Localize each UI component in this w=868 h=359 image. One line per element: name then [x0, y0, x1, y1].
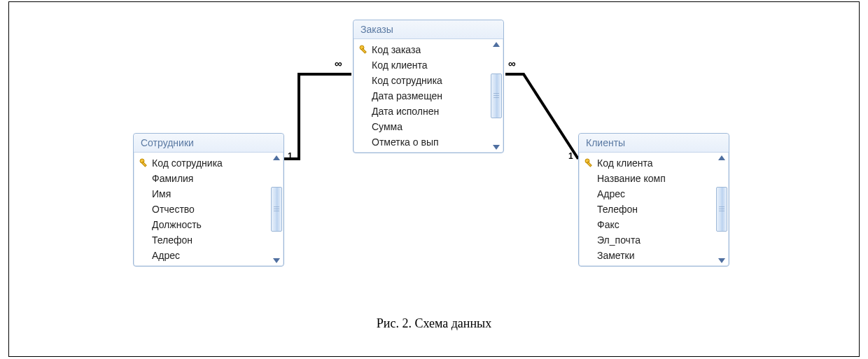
table-row[interactable]: Телефон [134, 232, 270, 248]
field-label: Должность [150, 219, 202, 230]
field-label: Фамилия [150, 173, 193, 184]
field-label: Дата исполнен [370, 106, 439, 117]
field-label: Код сотрудника [150, 157, 223, 169]
field-label: Код сотрудника [370, 75, 442, 86]
scroll-thumb[interactable] [716, 187, 727, 232]
field-label: Имя [150, 188, 171, 199]
table-body-orders: Код заказа Код клиента Код сотрудника Да… [354, 39, 503, 153]
field-label: Адрес [150, 250, 180, 261]
relationship-line-1 [284, 74, 351, 159]
field-label: Телефон [596, 204, 638, 215]
table-row[interactable]: Дата размещен [354, 88, 489, 104]
key-slot-empty [358, 59, 370, 71]
field-label: Код клиента [596, 157, 653, 169]
table-row[interactable]: Код сотрудника [134, 155, 270, 171]
key-slot-empty [138, 173, 150, 184]
diagram-canvas: Сотрудники Код сотрудника Фамилия [8, 1, 860, 357]
field-label: Отметка о вып [370, 136, 439, 148]
scroll-down-icon[interactable] [273, 258, 280, 263]
key-slot-empty [583, 204, 596, 215]
table-title-clients[interactable]: Клиенты [579, 134, 729, 153]
scrollbar[interactable] [715, 153, 729, 266]
scroll-up-icon[interactable] [493, 42, 500, 47]
scroll-up-icon[interactable] [273, 155, 280, 160]
cardinality-one-right: 1 [568, 151, 573, 161]
key-slot-empty [358, 106, 370, 117]
key-slot-empty [138, 204, 150, 215]
table-row[interactable]: Код клиента [354, 57, 489, 73]
field-list-clients[interactable]: Код клиента Название комп Адрес Телефон … [579, 153, 715, 266]
key-slot-empty [583, 234, 596, 246]
table-row[interactable]: Эл_почта [579, 232, 715, 248]
table-row[interactable]: Факс [579, 217, 715, 232]
cardinality-many-left: ∞ [335, 57, 342, 69]
table-title-employees[interactable]: Сотрудники [134, 134, 284, 153]
primary-key-icon [138, 157, 150, 169]
field-list-orders[interactable]: Код заказа Код клиента Код сотрудника Да… [354, 39, 489, 153]
cardinality-one-left: 1 [288, 151, 293, 161]
field-label: Факс [596, 219, 620, 230]
table-row[interactable]: Отчество [134, 202, 270, 217]
table-body-employees: Код сотрудника Фамилия Имя Отчество Долж… [134, 153, 284, 266]
table-box-orders[interactable]: Заказы Код заказа Код клиента [353, 20, 504, 153]
svg-rect-3 [361, 48, 366, 53]
svg-rect-5 [587, 162, 592, 167]
table-box-employees[interactable]: Сотрудники Код сотрудника Фамилия [133, 133, 284, 267]
field-label: Отчество [150, 204, 195, 215]
key-slot-empty [583, 173, 596, 184]
field-label: Дата размещен [370, 90, 442, 101]
scroll-up-icon[interactable] [718, 155, 725, 160]
key-slot-empty [138, 219, 150, 230]
field-label: Эл_почта [596, 234, 640, 246]
cardinality-many-right: ∞ [508, 57, 516, 69]
table-box-clients[interactable]: Клиенты Код клиента Название комп [578, 133, 729, 267]
table-row[interactable]: Адрес [134, 248, 270, 263]
table-row[interactable]: Сумма [354, 119, 489, 134]
table-body-clients: Код клиента Название комп Адрес Телефон … [579, 153, 729, 266]
scroll-thumb[interactable] [491, 73, 502, 118]
figure-caption: Рис. 2. Схема данных [8, 316, 860, 331]
field-label: Код клиента [370, 59, 428, 71]
svg-rect-1 [141, 162, 146, 167]
table-row[interactable]: Код клиента [579, 155, 715, 171]
table-row[interactable]: Адрес [579, 186, 715, 202]
field-label: Название комп [596, 173, 666, 184]
table-row[interactable]: Код сотрудника [354, 73, 489, 88]
field-label: Телефон [150, 234, 192, 246]
scrollbar[interactable] [270, 153, 284, 266]
table-row[interactable]: Заметки [579, 248, 715, 263]
table-row[interactable]: Фамилия [134, 171, 270, 186]
primary-key-icon [583, 157, 596, 169]
key-slot-empty [138, 234, 150, 246]
key-slot-empty [583, 250, 596, 261]
table-title-orders[interactable]: Заказы [354, 20, 503, 39]
key-slot-empty [358, 136, 370, 148]
primary-key-icon [358, 44, 370, 55]
field-label: Адрес [596, 188, 625, 199]
scroll-down-icon[interactable] [718, 258, 725, 263]
scrollbar[interactable] [489, 39, 503, 153]
field-list-employees[interactable]: Код сотрудника Фамилия Имя Отчество Долж… [134, 153, 270, 266]
key-slot-empty [583, 188, 596, 199]
table-row[interactable]: Имя [134, 186, 270, 202]
key-slot-empty [358, 75, 370, 86]
table-row[interactable]: Отметка о вып [354, 134, 489, 150]
field-label: Код заказа [370, 44, 421, 55]
key-slot-empty [138, 188, 150, 199]
scroll-down-icon[interactable] [493, 145, 500, 150]
key-slot-empty [358, 121, 370, 132]
table-row[interactable]: Должность [134, 217, 270, 232]
scroll-thumb[interactable] [271, 187, 282, 232]
table-row[interactable]: Название комп [579, 171, 715, 186]
key-slot-empty [583, 219, 596, 230]
key-slot-empty [358, 90, 370, 101]
table-row[interactable]: Телефон [579, 202, 715, 217]
table-row[interactable]: Дата исполнен [354, 104, 489, 119]
key-slot-empty [138, 250, 150, 261]
table-row[interactable]: Код заказа [354, 42, 489, 57]
field-label: Сумма [370, 121, 402, 132]
relationship-line-2 [505, 74, 578, 159]
field-label: Заметки [596, 250, 635, 261]
